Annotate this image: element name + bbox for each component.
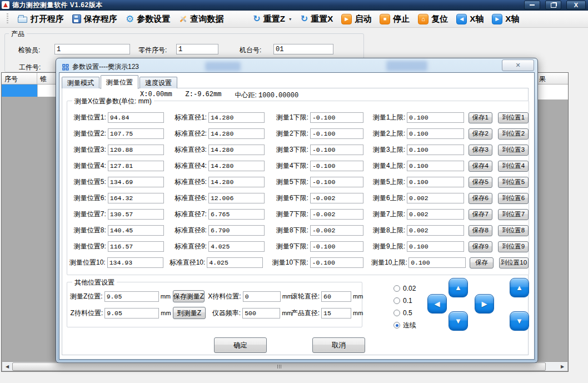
pos-input-5[interactable] bbox=[108, 177, 164, 187]
high-input-6[interactable] bbox=[407, 193, 464, 203]
toolbar-button-start[interactable]: 启动 ▼ bbox=[341, 14, 371, 24]
goto-position-button-8[interactable]: 到位置8 bbox=[498, 225, 529, 236]
close-button[interactable]: X bbox=[566, 1, 586, 9]
high-input-8[interactable] bbox=[407, 225, 464, 236]
dia-input-2[interactable] bbox=[208, 128, 265, 139]
save-button-7[interactable]: 保存7 bbox=[469, 209, 492, 220]
goto-position-button-2[interactable]: 到位置2 bbox=[498, 128, 529, 140]
dia-input-4[interactable] bbox=[208, 161, 265, 171]
dia-input-10[interactable] bbox=[207, 257, 263, 268]
radio-icon[interactable] bbox=[393, 322, 400, 329]
z-wait-input[interactable] bbox=[104, 308, 159, 319]
save-button-10[interactable]: 保存 bbox=[470, 257, 493, 268]
part-serial-input[interactable] bbox=[176, 44, 218, 54]
maximize-button[interactable] bbox=[545, 1, 561, 9]
low-input-10[interactable] bbox=[310, 257, 363, 268]
jog-right-button[interactable]: ▶ bbox=[475, 294, 494, 314]
pos-input-6[interactable] bbox=[108, 193, 164, 203]
step-option-连续[interactable]: 连续 bbox=[393, 319, 416, 331]
inspector-input[interactable] bbox=[54, 44, 130, 54]
goto-position-button-10[interactable]: 到位置10 bbox=[499, 257, 529, 268]
save-button-3[interactable]: 保存3 bbox=[469, 145, 492, 156]
tab-speed-settings[interactable]: 速度设置 bbox=[139, 77, 177, 88]
ok-button[interactable]: 确定 bbox=[214, 337, 267, 353]
goto-position-button-6[interactable]: 到位置6 bbox=[498, 193, 529, 204]
goto-position-button-5[interactable]: 到位置5 bbox=[498, 177, 529, 188]
dia-input-7[interactable] bbox=[208, 209, 265, 220]
low-input-1[interactable] bbox=[310, 112, 363, 123]
jog-down-button[interactable]: ▼ bbox=[449, 311, 468, 331]
save-button-8[interactable]: 保存8 bbox=[469, 225, 492, 236]
scroll-right-icon[interactable]: ▶ bbox=[557, 362, 567, 371]
scrollbar-thumb[interactable] bbox=[12, 362, 546, 371]
cancel-button[interactable]: 取消 bbox=[312, 337, 365, 353]
instrument-freq-input[interactable] bbox=[242, 308, 280, 319]
radio-icon[interactable] bbox=[393, 285, 400, 292]
selected-cell[interactable] bbox=[2, 84, 38, 97]
toolbar-button-reset-x[interactable]: 重置X ▼ bbox=[301, 14, 333, 24]
step-option-0.1[interactable]: 0.1 bbox=[393, 295, 416, 307]
pos-input-7[interactable] bbox=[108, 209, 164, 220]
save-button-4[interactable]: 保存4 bbox=[469, 161, 492, 172]
pos-input-8[interactable] bbox=[108, 225, 164, 236]
roller-dia-input[interactable] bbox=[321, 291, 351, 302]
high-input-9[interactable] bbox=[407, 241, 464, 252]
goto-position-button-3[interactable]: 到位置3 bbox=[498, 145, 529, 156]
dia-input-1[interactable] bbox=[208, 112, 265, 123]
radio-icon[interactable] bbox=[393, 310, 400, 316]
goto-position-button-4[interactable]: 到位置4 bbox=[498, 161, 529, 172]
pos-input-2[interactable] bbox=[108, 128, 164, 139]
minimize-button[interactable] bbox=[524, 1, 540, 9]
pos-input-9[interactable] bbox=[108, 241, 164, 252]
aux-down-button[interactable]: ▼ bbox=[510, 311, 529, 331]
dia-input-9[interactable] bbox=[208, 241, 265, 252]
radio-icon[interactable] bbox=[393, 297, 400, 304]
step-option-0.02[interactable]: 0.02 bbox=[393, 282, 416, 295]
dialog-close-button[interactable]: ✕ bbox=[502, 59, 534, 71]
dropdown-caret-icon[interactable]: ▼ bbox=[288, 17, 292, 21]
goto-position-button-9[interactable]: 到位置9 bbox=[498, 241, 529, 252]
save-button-1[interactable]: 保存1 bbox=[469, 112, 492, 123]
machine-no-input[interactable] bbox=[273, 44, 333, 54]
low-input-3[interactable] bbox=[310, 145, 363, 155]
dia-input-8[interactable] bbox=[208, 225, 265, 236]
low-input-8[interactable] bbox=[310, 225, 363, 236]
jog-up-button[interactable]: ▲ bbox=[449, 278, 468, 297]
goto-position-button-1[interactable]: 到位置1 bbox=[498, 112, 529, 123]
toolbar-button-stop[interactable]: 停止 ▼ bbox=[380, 14, 410, 24]
scroll-left-icon[interactable]: ◀ bbox=[2, 362, 12, 371]
low-input-6[interactable] bbox=[310, 193, 363, 203]
pos-input-10[interactable] bbox=[107, 257, 163, 268]
toolbar-button-save[interactable]: 保存程序 ▼ bbox=[72, 14, 117, 24]
pos-input-1[interactable] bbox=[108, 112, 164, 123]
low-input-5[interactable] bbox=[310, 177, 363, 187]
save-measure-z-button[interactable]: 保存测量Z bbox=[173, 290, 205, 302]
high-input-7[interactable] bbox=[407, 209, 464, 220]
tab-measure-mode[interactable]: 测量模式 bbox=[62, 77, 99, 88]
high-input-5[interactable] bbox=[407, 177, 464, 187]
x-wait-input[interactable] bbox=[243, 291, 281, 302]
high-input-4[interactable] bbox=[407, 161, 464, 171]
high-input-2[interactable] bbox=[407, 128, 464, 139]
low-input-9[interactable] bbox=[310, 241, 363, 252]
high-input-1[interactable] bbox=[407, 112, 464, 123]
high-input-3[interactable] bbox=[407, 145, 464, 155]
low-input-2[interactable] bbox=[310, 128, 363, 139]
save-button-2[interactable]: 保存2 bbox=[469, 128, 492, 140]
pos-input-4[interactable] bbox=[108, 161, 164, 171]
goto-position-button-7[interactable]: 到位置7 bbox=[498, 209, 529, 220]
toolbar-button-tools[interactable]: 查询数据 ▼ bbox=[178, 14, 223, 24]
toolbar-button-open-folder[interactable]: 打开程序 ▼ bbox=[18, 14, 64, 24]
measure-z-input[interactable] bbox=[104, 291, 159, 302]
step-option-0.5[interactable]: 0.5 bbox=[393, 307, 416, 319]
tab-measure-position[interactable]: 测量位置 bbox=[101, 75, 138, 89]
save-button-6[interactable]: 保存6 bbox=[469, 193, 492, 204]
toolbar-button-home[interactable]: 复位 ▼ bbox=[418, 14, 448, 24]
goto-measure-z-button[interactable]: 到测量Z bbox=[173, 307, 205, 319]
toolbar-button-gear[interactable]: 参数设置 ▼ bbox=[126, 14, 170, 24]
toolbar-button-x-axis-right[interactable]: X轴 ▼ bbox=[492, 14, 519, 24]
aux-up-button[interactable]: ▲ bbox=[510, 278, 529, 297]
save-button-5[interactable]: 保存5 bbox=[469, 177, 492, 188]
product-dia-input[interactable] bbox=[321, 308, 351, 319]
dia-input-6[interactable] bbox=[208, 193, 265, 203]
